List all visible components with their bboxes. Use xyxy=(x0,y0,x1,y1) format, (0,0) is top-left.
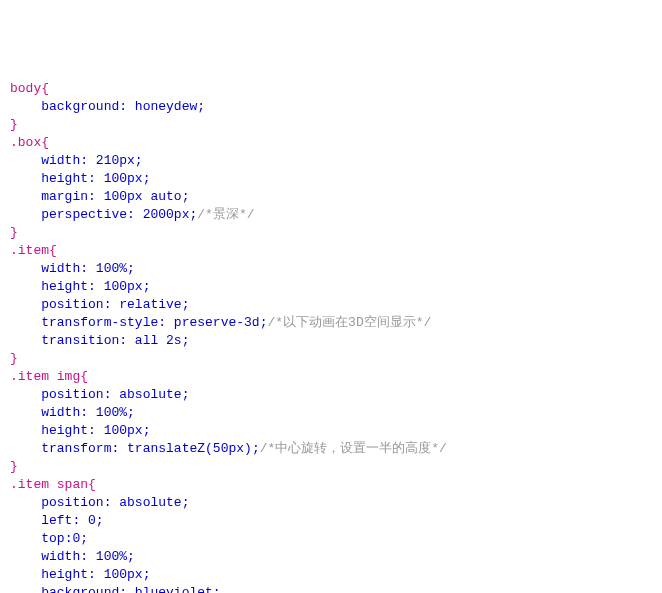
css-property: transition xyxy=(41,333,119,348)
css-selector-line: .box{ xyxy=(10,134,652,152)
css-property: background xyxy=(41,585,119,593)
css-value: honeydew xyxy=(135,99,197,114)
semicolon: ; xyxy=(182,333,190,348)
css-comment: /*中心旋转，设置一半的高度*/ xyxy=(260,441,447,456)
css-declaration-line: width: 100%; xyxy=(10,548,652,566)
close-brace: } xyxy=(10,117,18,132)
css-declaration-line: position: absolute; xyxy=(10,386,652,404)
colon: : xyxy=(80,405,96,420)
close-brace: } xyxy=(10,351,18,366)
semicolon: ; xyxy=(143,171,151,186)
css-declaration-line: height: 100px; xyxy=(10,422,652,440)
css-property: transform xyxy=(41,441,111,456)
css-close-line: } xyxy=(10,116,652,134)
semicolon: ; xyxy=(260,315,268,330)
css-close-line: } xyxy=(10,458,652,476)
css-property: height xyxy=(41,171,88,186)
colon: : xyxy=(104,297,120,312)
css-property: position xyxy=(41,387,103,402)
css-comment: /*景深*/ xyxy=(197,207,254,222)
css-selector: .item img xyxy=(10,369,80,384)
colon: : xyxy=(104,495,120,510)
semicolon: ; xyxy=(143,567,151,582)
css-selector: .item span xyxy=(10,477,88,492)
css-value: 2000px xyxy=(143,207,190,222)
css-value: blueviolet xyxy=(135,585,213,593)
css-selector-line: .item{ xyxy=(10,242,652,260)
css-property: perspective xyxy=(41,207,127,222)
css-property: left xyxy=(41,513,72,528)
css-close-line: } xyxy=(10,224,652,242)
css-selector: body xyxy=(10,81,41,96)
semicolon: ; xyxy=(143,423,151,438)
semicolon: ; xyxy=(143,279,151,294)
css-value: absolute xyxy=(119,495,181,510)
css-declaration-line: background: blueviolet; xyxy=(10,584,652,593)
css-declaration-line: width: 100%; xyxy=(10,404,652,422)
colon: : xyxy=(119,99,135,114)
css-declaration-line: transform: translateZ(50px);/*中心旋转，设置一半的… xyxy=(10,440,652,458)
css-value: all 2s xyxy=(135,333,182,348)
colon: : xyxy=(88,567,104,582)
semicolon: ; xyxy=(127,549,135,564)
css-property: height xyxy=(41,567,88,582)
css-declaration-line: position: relative; xyxy=(10,296,652,314)
css-value: 100% xyxy=(96,549,127,564)
css-declaration-line: top:0; xyxy=(10,530,652,548)
css-property: width xyxy=(41,153,80,168)
css-value: 100% xyxy=(96,405,127,420)
css-property: position xyxy=(41,297,103,312)
css-value: translateZ(50px) xyxy=(127,441,252,456)
colon: : xyxy=(104,387,120,402)
css-declaration-line: margin: 100px auto; xyxy=(10,188,652,206)
css-property: height xyxy=(41,279,88,294)
semicolon: ; xyxy=(182,297,190,312)
css-selector-line: body{ xyxy=(10,80,652,98)
css-property: width xyxy=(41,261,80,276)
semicolon: ; xyxy=(182,387,190,402)
open-brace: { xyxy=(88,477,96,492)
css-declaration-line: height: 100px; xyxy=(10,278,652,296)
css-property: margin xyxy=(41,189,88,204)
css-value: 100px xyxy=(104,171,143,186)
css-declaration-line: left: 0; xyxy=(10,512,652,530)
css-declaration-line: width: 210px; xyxy=(10,152,652,170)
css-declaration-line: height: 100px; xyxy=(10,566,652,584)
semicolon: ; xyxy=(182,189,190,204)
open-brace: { xyxy=(80,369,88,384)
css-selector: .box xyxy=(10,135,41,150)
open-brace: { xyxy=(41,135,49,150)
colon: : xyxy=(119,333,135,348)
colon: : xyxy=(88,423,104,438)
semicolon: ; xyxy=(197,99,205,114)
css-declaration-line: background: honeydew; xyxy=(10,98,652,116)
colon: : xyxy=(80,153,96,168)
colon: : xyxy=(119,585,135,593)
css-property: top xyxy=(41,531,64,546)
semicolon: ; xyxy=(127,261,135,276)
css-value: 100px xyxy=(104,279,143,294)
close-brace: } xyxy=(10,225,18,240)
css-property: height xyxy=(41,423,88,438)
css-comment: /*以下动画在3D空间显示*/ xyxy=(268,315,432,330)
colon: : xyxy=(88,279,104,294)
css-declaration-line: width: 100%; xyxy=(10,260,652,278)
semicolon: ; xyxy=(213,585,221,593)
css-selector-line: .item span{ xyxy=(10,476,652,494)
css-value: 100px xyxy=(104,567,143,582)
css-declaration-line: position: absolute; xyxy=(10,494,652,512)
css-value: relative xyxy=(119,297,181,312)
colon: : xyxy=(127,207,143,222)
semicolon: ; xyxy=(96,513,104,528)
css-selector: .item xyxy=(10,243,49,258)
css-property: width xyxy=(41,549,80,564)
css-property: position xyxy=(41,495,103,510)
semicolon: ; xyxy=(80,531,88,546)
css-property: background xyxy=(41,99,119,114)
css-value: 0 xyxy=(88,513,96,528)
css-value: 100% xyxy=(96,261,127,276)
colon: : xyxy=(80,549,96,564)
css-value: 100px auto xyxy=(104,189,182,204)
css-value: 210px xyxy=(96,153,135,168)
css-value: 100px xyxy=(104,423,143,438)
